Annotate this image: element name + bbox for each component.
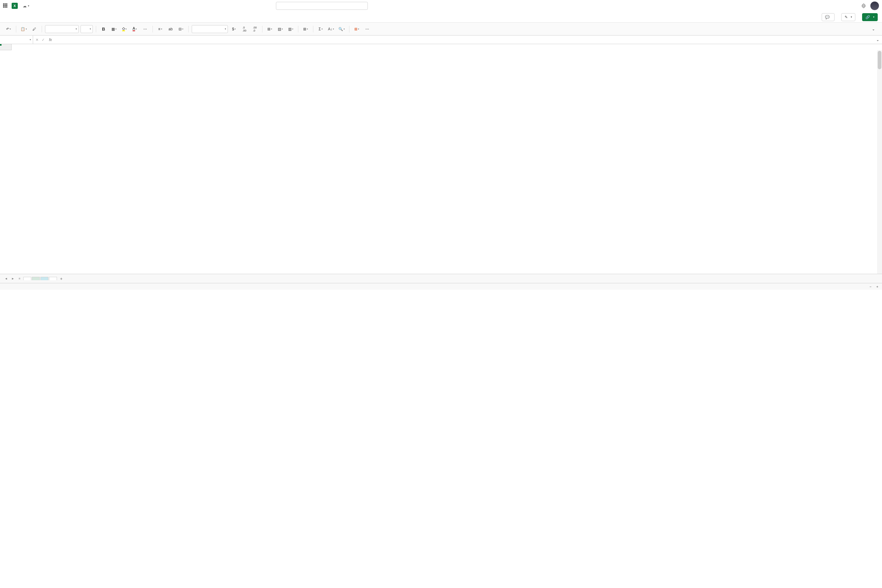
- sheet-tab-expense[interactable]: [32, 277, 40, 280]
- sort-filter-button[interactable]: A↓▾: [327, 25, 335, 33]
- user-avatar[interactable]: [870, 2, 879, 10]
- expand-formula-bar[interactable]: ⌄: [873, 36, 882, 44]
- insert-cells-button[interactable]: ⊞▾: [302, 25, 310, 33]
- find-button[interactable]: 🔍▾: [337, 25, 346, 33]
- increase-decimal-button[interactable]: .00.0: [250, 25, 259, 33]
- app-launcher[interactable]: [3, 3, 8, 8]
- collapse-ribbon-button[interactable]: ⌄: [869, 25, 878, 33]
- number-format-select[interactable]: ▾: [192, 25, 228, 33]
- paste-button[interactable]: 📋▾: [19, 25, 28, 33]
- title-dropdown[interactable]: ▾: [28, 4, 29, 8]
- font-select[interactable]: ▾: [45, 25, 79, 33]
- sheet-nav-next[interactable]: ►: [10, 277, 16, 280]
- excel-icon: X: [12, 3, 18, 9]
- share-button[interactable]: 🔗 ▾: [862, 13, 878, 21]
- zoom-out[interactable]: −: [870, 285, 871, 288]
- more-ribbon-button[interactable]: ⋯: [363, 25, 372, 33]
- conditional-format-button[interactable]: ⊞▾: [266, 25, 274, 33]
- currency-button[interactable]: $▾: [230, 25, 238, 33]
- addins-button[interactable]: ⊞▾: [352, 25, 361, 33]
- sheet-tab-profit[interactable]: [49, 277, 57, 280]
- select-all-corner[interactable]: [0, 44, 12, 50]
- comments-button[interactable]: 💬: [822, 13, 834, 21]
- cancel-formula-icon: ✕: [36, 38, 39, 42]
- saved-icon: ☁: [22, 4, 27, 8]
- vertical-scrollbar[interactable]: [877, 50, 882, 274]
- sheet-tab-income[interactable]: [40, 277, 48, 280]
- sheet-list-button[interactable]: ≡: [16, 277, 22, 280]
- settings-icon[interactable]: [861, 3, 866, 8]
- font-size-select[interactable]: ▾: [81, 25, 93, 33]
- add-sheet-button[interactable]: +: [58, 276, 65, 281]
- undo-button[interactable]: ↶▾: [4, 25, 13, 33]
- format-painter-button[interactable]: 🖊: [30, 25, 39, 33]
- wrap-text-button[interactable]: ab: [166, 25, 175, 33]
- edit-mode-button[interactable]: ✎ ▾: [841, 13, 855, 21]
- fx-icon[interactable]: fx: [47, 38, 54, 42]
- autosum-button[interactable]: Σ▾: [316, 25, 325, 33]
- format-table-button[interactable]: ▤▾: [276, 25, 285, 33]
- fill-color-button[interactable]: ◇▾: [120, 25, 129, 33]
- cell-styles-button[interactable]: ▥▾: [286, 25, 295, 33]
- bold-button[interactable]: B: [99, 25, 108, 33]
- more-font-button[interactable]: ⋯: [141, 25, 150, 33]
- confirm-formula-icon: ✓: [42, 38, 45, 42]
- sheet-tab-start[interactable]: [23, 277, 31, 280]
- font-color-button[interactable]: A▾: [130, 25, 139, 33]
- borders-button[interactable]: ▦▾: [110, 25, 118, 33]
- search-box[interactable]: [276, 2, 368, 10]
- align-button[interactable]: ≡▾: [156, 25, 165, 33]
- name-box[interactable]: ▾: [0, 36, 33, 44]
- sheet-nav-prev[interactable]: ◄: [3, 277, 9, 280]
- zoom-in[interactable]: +: [876, 285, 878, 288]
- decrease-decimal-button[interactable]: .0.00: [240, 25, 249, 33]
- merge-button[interactable]: ⊟▾: [177, 25, 185, 33]
